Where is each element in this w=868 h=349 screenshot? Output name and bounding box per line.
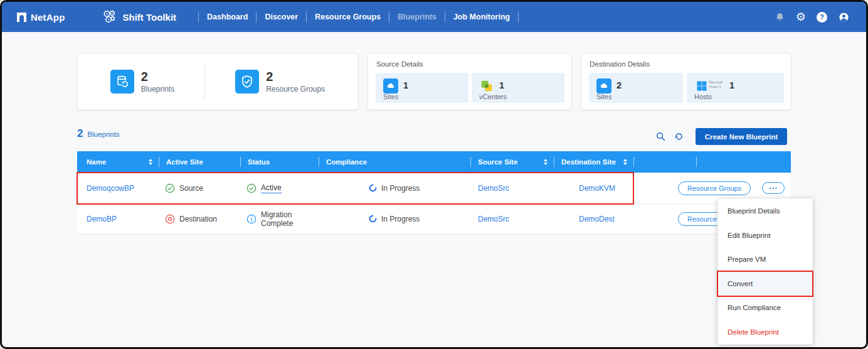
nav-divider xyxy=(518,12,519,23)
blueprint-name-link[interactable]: DemoBP xyxy=(87,215,117,223)
table-row-demobp[interactable]: DemoBP Destination Migration Complete In… xyxy=(77,204,791,234)
menu-item-delete-blueprint[interactable]: Delete Blueprint xyxy=(718,320,812,345)
blueprints-list-label: Blueprints xyxy=(87,131,119,138)
cell-destination-site: DemoKVM xyxy=(554,173,633,203)
menu-item-prepare-vm[interactable]: Prepare VM xyxy=(718,247,812,272)
brand-name: NetApp xyxy=(31,12,65,23)
nav-item-dashboard[interactable]: Dashboard xyxy=(207,13,248,21)
nav-divider xyxy=(389,12,389,23)
destination-sites-count: 2 xyxy=(617,80,622,90)
target-circle-icon xyxy=(165,214,175,224)
netapp-brand: NetApp xyxy=(17,12,65,23)
create-new-blueprint-button[interactable]: Create New Blueprint xyxy=(696,128,787,145)
top-nav: NetApp Shift Toolkit Dashboard Discover … xyxy=(2,2,866,32)
column-header-compliance[interactable]: Compliance xyxy=(319,151,470,173)
blueprints-count-label: Blueprints xyxy=(141,85,174,94)
stat-blueprints: 2 Blueprints xyxy=(110,70,174,94)
column-header-destination-site[interactable]: Destination Site xyxy=(554,151,633,173)
destination-site-link[interactable]: DemoKVM xyxy=(579,184,615,193)
cell-status: Migration Complete xyxy=(240,204,319,234)
account-icon[interactable] xyxy=(838,11,850,23)
resource-groups-count: 2 xyxy=(266,70,325,83)
nav-item-blueprints[interactable]: Blueprints xyxy=(398,13,437,21)
product-name: Shift Toolkit xyxy=(123,12,177,23)
row-context-menu: Blueprint Details Edit Blueprint Prepare… xyxy=(717,198,813,345)
app-window: NetApp Shift Toolkit Dashboard Discover … xyxy=(0,0,868,349)
menu-item-edit-blueprint[interactable]: Edit Blueprint xyxy=(718,223,812,248)
source-site-link[interactable]: DemoSrc xyxy=(478,215,509,223)
cell-destination-site: DemoDest xyxy=(554,204,633,234)
table-header-row: Name Active Site Status Compliance Sourc… xyxy=(77,151,791,173)
check-circle-icon xyxy=(165,183,175,193)
database-sync-icon xyxy=(110,70,134,94)
netapp-logo-icon xyxy=(17,13,26,22)
cell-name: DemoqcowBP xyxy=(77,173,159,203)
column-header-name[interactable]: Name xyxy=(77,151,159,173)
destination-sites-tile: 2 Sites xyxy=(589,73,683,103)
vcenter-icon xyxy=(479,78,494,94)
source-sites-label: Sites xyxy=(383,93,398,100)
cell-compliance: In Progress xyxy=(319,204,470,234)
refresh-icon[interactable] xyxy=(674,131,684,142)
column-header-spacer xyxy=(633,151,696,173)
source-details-card: Source Details 1 Sites 1 vCenters xyxy=(368,53,571,110)
sort-icon[interactable] xyxy=(544,159,548,165)
cell-status: Active xyxy=(240,173,319,203)
menu-item-blueprint-details[interactable]: Blueprint Details xyxy=(718,199,812,223)
cell-name: DemoBP xyxy=(77,204,159,234)
sort-icon[interactable] xyxy=(623,159,627,165)
destination-sites-label: Sites xyxy=(596,93,611,100)
spinner-icon xyxy=(369,184,377,192)
resource-groups-count-label: Resource Groups xyxy=(266,85,325,94)
resource-groups-button[interactable]: Resource Groups xyxy=(678,181,751,195)
column-header-actions xyxy=(696,151,791,173)
source-vcenters-label: vCenters xyxy=(479,93,507,100)
bell-icon[interactable] xyxy=(775,12,785,23)
source-details-title: Source Details xyxy=(376,60,423,68)
destination-details-card: Destination Details 2 Sites Microsoft Hy… xyxy=(581,53,791,110)
blueprints-table: Name Active Site Status Compliance Sourc… xyxy=(77,151,791,234)
help-icon[interactable]: ? xyxy=(817,12,827,23)
nav-divider xyxy=(256,12,257,23)
nav-divider xyxy=(198,12,199,23)
search-icon[interactable] xyxy=(655,131,666,142)
spinner-icon xyxy=(369,215,377,223)
blueprints-listing-header: 2 Blueprints xyxy=(77,127,120,140)
destination-hosts-count: 1 xyxy=(729,80,734,90)
listing-toolbar: Create New Blueprint xyxy=(655,128,787,145)
hyperv-caption: Microsoft Hyper-V xyxy=(709,80,728,89)
product-brand: Shift Toolkit xyxy=(102,9,177,25)
status-active-link[interactable]: Active xyxy=(261,183,282,193)
destination-hosts-label: Hosts xyxy=(694,93,712,100)
menu-item-convert[interactable]: Convert xyxy=(718,272,812,296)
sort-icon[interactable] xyxy=(149,159,152,165)
column-header-active-site[interactable]: Active Site xyxy=(159,151,240,173)
source-sites-tile: 1 Sites xyxy=(376,73,468,103)
cell-active-site: Destination xyxy=(159,204,240,234)
cell-source-site: DemoSrc xyxy=(470,173,554,203)
row-more-menu-button[interactable]: ... xyxy=(762,182,785,194)
cell-compliance: In Progress xyxy=(319,173,470,203)
column-header-source-site[interactable]: Source Site xyxy=(470,151,554,173)
blueprints-count: 2 xyxy=(141,70,174,83)
column-header-status[interactable]: Status xyxy=(240,151,319,173)
info-circle-icon xyxy=(246,214,257,224)
nav-item-discover[interactable]: Discover xyxy=(265,13,298,21)
blueprints-list-count: 2 xyxy=(77,127,83,140)
nav-icon-group: ⚙ ? xyxy=(775,2,850,32)
source-sites-count: 1 xyxy=(403,80,408,90)
destination-details-title: Destination Details xyxy=(590,60,650,68)
destination-site-link[interactable]: DemoDest xyxy=(579,215,615,223)
stat-divider xyxy=(204,63,205,100)
table-row-demoqcowbp[interactable]: DemoqcowBP Source Active In Progress xyxy=(77,173,791,204)
nav-item-job-monitoring[interactable]: Job Monitoring xyxy=(453,13,510,21)
source-vcenters-tile: 1 vCenters xyxy=(472,73,564,103)
blueprint-name-link[interactable]: DemoqcowBP xyxy=(87,184,134,193)
shift-toolkit-logo-icon xyxy=(102,9,118,25)
destination-hosts-tile: Microsoft Hyper-V 1 Hosts xyxy=(687,73,784,103)
check-circle-icon xyxy=(246,183,257,193)
gear-icon[interactable]: ⚙ xyxy=(796,11,806,23)
menu-item-run-compliance[interactable]: Run Compliance xyxy=(718,296,812,320)
source-site-link[interactable]: DemoSrc xyxy=(478,184,509,193)
nav-item-resource-groups[interactable]: Resource Groups xyxy=(315,13,381,21)
